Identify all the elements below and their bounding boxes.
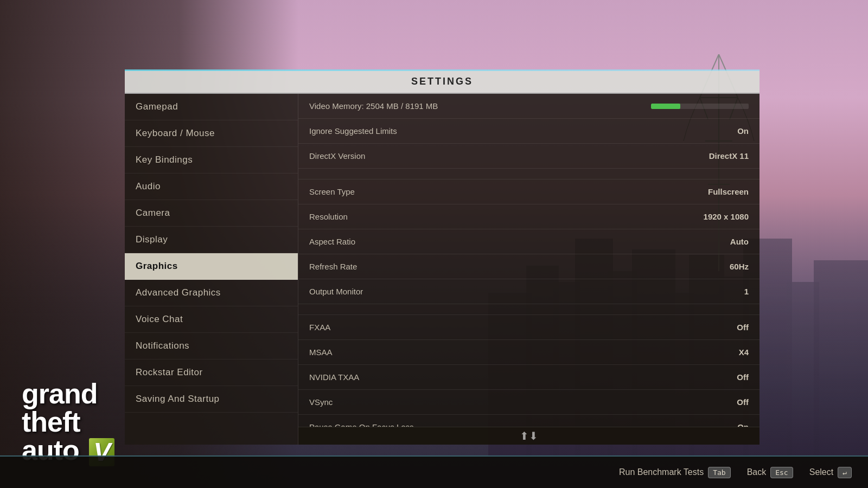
setting-value-screen-type: Fullscreen [708, 187, 749, 196]
setting-name-screen-type: Screen Type [309, 187, 355, 196]
setting-value-resolution: 1920 x 1080 [704, 212, 749, 221]
setting-name-aspect-ratio: Aspect Ratio [309, 237, 355, 246]
scroll-indicator: ⬆⬇ [298, 427, 760, 445]
nav-item-rockstar-editor[interactable]: Rockstar Editor [125, 359, 298, 386]
bottom-action-select[interactable]: Select↵ [809, 467, 852, 478]
setting-row-vsync[interactable]: VSyncOff [298, 390, 760, 415]
scroll-arrows-icon: ⬆⬇ [520, 431, 538, 441]
svg-rect-11 [814, 260, 868, 455]
nav-item-display[interactable]: Display [125, 227, 298, 253]
bottom-action-benchmark[interactable]: Run Benchmark TestsTab [619, 467, 731, 478]
setting-value-refresh-rate: 60Hz [730, 262, 749, 271]
nav-item-advanced-graphics[interactable]: Advanced Graphics [125, 280, 298, 306]
setting-row-screen-type[interactable]: Screen TypeFullscreen [298, 179, 760, 204]
setting-value-nvidia-txaa: Off [737, 373, 749, 382]
setting-row-directx-version[interactable]: DirectX VersionDirectX 11 [298, 144, 760, 169]
settings-panel: SETTINGS GamepadKeyboard / MouseKey Bind… [125, 70, 760, 445]
nav-item-voice-chat[interactable]: Voice Chat [125, 306, 298, 333]
nav-sidebar: GamepadKeyboard / MouseKey BindingsAudio… [125, 94, 298, 445]
setting-value-directx-version: DirectX 11 [709, 151, 749, 160]
bottom-action-label-back: Back [747, 467, 767, 477]
nav-item-camera[interactable]: Camera [125, 200, 298, 227]
vram-row: Video Memory: 2504 MB / 8191 MB [298, 94, 760, 119]
vram-bar-wrap [651, 104, 749, 109]
setting-row-ignore-suggested[interactable]: Ignore Suggested LimitsOn [298, 119, 760, 144]
setting-value-aspect-ratio: Auto [730, 237, 749, 246]
separator-separator2 [298, 304, 760, 315]
setting-name-directx-version: DirectX Version [309, 151, 365, 160]
bottom-action-label-select: Select [809, 467, 833, 477]
content-scroll[interactable]: Video Memory: 2504 MB / 8191 MB Ignore S… [298, 94, 760, 427]
content-area: Video Memory: 2504 MB / 8191 MB Ignore S… [298, 94, 760, 445]
setting-name-fxaa: FXAA [309, 323, 330, 332]
settings-body: GamepadKeyboard / MouseKey BindingsAudio… [125, 94, 760, 445]
setting-row-output-monitor[interactable]: Output Monitor1 [298, 279, 760, 304]
setting-row-refresh-rate[interactable]: Refresh Rate60Hz [298, 254, 760, 279]
settings-title: SETTINGS [411, 76, 473, 87]
setting-value-ignore-suggested: On [737, 126, 749, 136]
nav-item-keyboard-mouse[interactable]: Keyboard / Mouse [125, 120, 298, 147]
gta-logo: grand theft auto V [22, 380, 114, 466]
setting-name-pause-focus: Pause Game On Focus Loss [309, 422, 414, 427]
settings-title-bar: SETTINGS [125, 70, 760, 94]
settings-rows-container: Ignore Suggested LimitsOnDirectX Version… [298, 119, 760, 427]
setting-name-resolution: Resolution [309, 212, 348, 221]
bottom-action-back[interactable]: BackEsc [747, 467, 793, 478]
setting-row-resolution[interactable]: Resolution1920 x 1080 [298, 204, 760, 229]
setting-value-fxaa: Off [737, 323, 749, 332]
nav-item-saving-startup[interactable]: Saving And Startup [125, 386, 298, 413]
vram-label: Video Memory: 2504 MB / 8191 MB [309, 101, 438, 111]
setting-row-pause-focus[interactable]: Pause Game On Focus LossOn [298, 415, 760, 427]
nav-item-notifications[interactable]: Notifications [125, 333, 298, 359]
setting-name-msaa: MSAA [309, 348, 333, 357]
setting-row-fxaa[interactable]: FXAAOff [298, 315, 760, 340]
nav-item-graphics[interactable]: Graphics [125, 253, 298, 280]
setting-value-msaa: X4 [739, 348, 749, 357]
key-badge-select: ↵ [838, 467, 852, 478]
setting-name-output-monitor: Output Monitor [309, 287, 363, 296]
setting-row-aspect-ratio[interactable]: Aspect RatioAuto [298, 229, 760, 254]
setting-value-pause-focus: On [737, 422, 749, 427]
setting-value-output-monitor: 1 [744, 287, 749, 296]
setting-name-nvidia-txaa: NVIDIA TXAA [309, 373, 359, 382]
nav-item-key-bindings[interactable]: Key Bindings [125, 147, 298, 174]
setting-name-ignore-suggested: Ignore Suggested Limits [309, 126, 397, 136]
bottom-bar: Run Benchmark TestsTabBackEscSelect↵ [0, 455, 868, 488]
separator-separator1 [298, 169, 760, 179]
setting-name-refresh-rate: Refresh Rate [309, 262, 357, 271]
key-badge-benchmark: Tab [708, 467, 730, 478]
logo-line1: grand [22, 380, 114, 408]
nav-item-audio[interactable]: Audio [125, 174, 298, 200]
top-accent-line [125, 69, 760, 71]
logo-line2: theft [22, 408, 114, 436]
setting-row-msaa[interactable]: MSAAX4 [298, 340, 760, 365]
setting-row-nvidia-txaa[interactable]: NVIDIA TXAAOff [298, 365, 760, 390]
key-badge-back: Esc [770, 467, 793, 478]
bottom-action-label-benchmark: Run Benchmark Tests [619, 467, 704, 477]
nav-item-gamepad[interactable]: Gamepad [125, 94, 298, 120]
setting-name-vsync: VSync [309, 397, 333, 407]
vram-bar-fill [651, 104, 680, 109]
setting-value-vsync: Off [737, 397, 749, 407]
